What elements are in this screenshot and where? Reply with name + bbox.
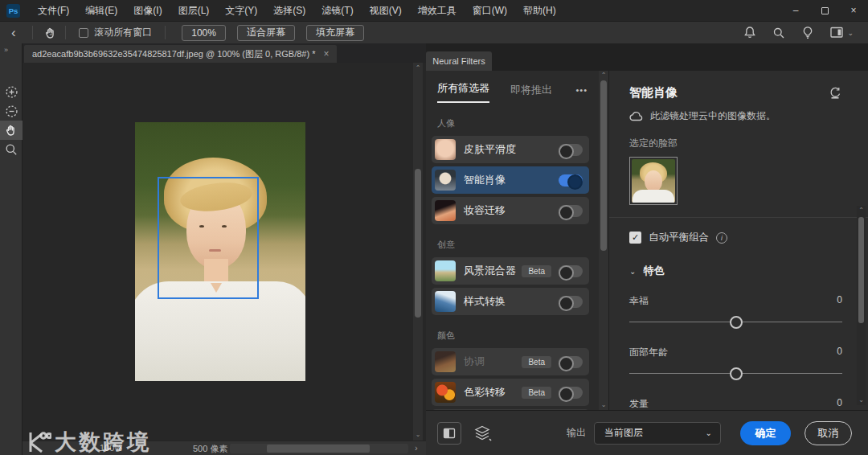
fit-screen-button[interactable]: 适合屏幕	[237, 25, 295, 41]
hand-tool[interactable]	[0, 121, 23, 140]
checkbox-unchecked[interactable]	[79, 28, 88, 38]
harmonization-toggle[interactable]	[559, 356, 583, 368]
menu-select[interactable]: 选择(S)	[265, 0, 313, 21]
auto-balance-label: 自动平衡组合	[649, 231, 709, 244]
smart-portrait-toggle[interactable]	[559, 174, 583, 187]
scrollbar-thumb[interactable]	[415, 169, 421, 318]
search-icon[interactable]	[772, 27, 785, 39]
show-layers-button[interactable]	[474, 425, 492, 441]
info-icon[interactable]: i	[716, 232, 727, 244]
notifications-bell-icon[interactable]	[743, 26, 756, 39]
scroll-all-windows-option[interactable]: 滚动所有窗口	[71, 26, 160, 39]
menu-help[interactable]: 帮助(H)	[515, 0, 564, 21]
featured-label: 特色	[643, 264, 664, 278]
slider-label: 幸福	[629, 294, 649, 308]
menu-file[interactable]: 文件(F)	[30, 0, 77, 21]
output-dropdown[interactable]: 当前图层 ⌄	[594, 422, 721, 445]
style-transfer-toggle[interactable]	[559, 296, 583, 308]
style-transfer-thumbnail	[435, 291, 456, 312]
slider-handle[interactable]	[730, 367, 743, 380]
scroll-left-icon[interactable]: ‹	[220, 443, 223, 453]
zoom-in-tool[interactable]	[0, 82, 23, 101]
featured-section-header[interactable]: ⌄ 特色	[629, 264, 842, 278]
menu-layer[interactable]: 图层(L)	[170, 0, 218, 21]
split-view-icon	[443, 428, 456, 439]
slider-handle[interactable]	[730, 316, 743, 329]
filter-harmonization[interactable]: 协调 Beta	[432, 348, 589, 375]
zoom-tool[interactable]	[0, 140, 23, 159]
menu-view[interactable]: 视图(V)	[362, 0, 410, 21]
slider-hair-thickness: 发量 0	[629, 397, 842, 410]
scroll-all-windows-label: 滚动所有窗口	[94, 26, 152, 39]
document-area: ad2eacafb9b3b69632e35474825817df.jpeg @ …	[23, 43, 426, 455]
filter-list-scrollbar[interactable]: ⌃ ⌄	[599, 71, 608, 410]
smart-portrait-thumbnail	[435, 170, 456, 191]
selected-face-label: 选定的脸部	[629, 137, 842, 150]
close-tab-icon[interactable]: ×	[323, 48, 329, 59]
selected-face-thumbnail[interactable]	[629, 157, 678, 205]
scroll-down-icon[interactable]: ⌄	[599, 401, 608, 409]
filter-skin-smoothing[interactable]: 皮肤平滑度	[432, 136, 589, 163]
close-icon[interactable]: ×	[839, 0, 868, 21]
landscape-mixer-toggle[interactable]	[559, 265, 583, 277]
filter-style-transfer[interactable]: 样式转换	[432, 288, 589, 315]
slider-value[interactable]: 0	[837, 346, 842, 359]
filter-landscape-mixer[interactable]: 风景混合器 Beta	[432, 257, 589, 285]
slider-happiness: 幸福 0	[629, 294, 842, 330]
status-menu-icon[interactable]: ›	[212, 443, 215, 453]
tab-all-filters[interactable]: 所有筛选器	[437, 81, 489, 103]
scroll-down-icon[interactable]: ⌄	[413, 431, 423, 439]
menu-type[interactable]: 文字(Y)	[217, 0, 265, 21]
window-controls: – ×	[781, 0, 868, 21]
canvas-horizontal-scrollbar[interactable]	[230, 444, 408, 453]
discover-bulb-icon[interactable]	[801, 26, 814, 39]
color-transfer-toggle[interactable]	[559, 387, 583, 399]
more-options-icon[interactable]: •••	[575, 85, 588, 103]
scroll-up-icon[interactable]: ⌃	[599, 72, 608, 80]
slider-value[interactable]: 0	[837, 294, 842, 308]
scroll-up-icon[interactable]: ⌃	[857, 207, 866, 215]
auto-balance-option[interactable]: ✓ 自动平衡组合 i	[629, 231, 842, 244]
slider-value[interactable]: 0	[837, 397, 842, 410]
back-arrow-icon[interactable]: ‹	[0, 23, 27, 43]
fill-screen-button[interactable]: 填充屏幕	[306, 25, 364, 41]
scroll-up-icon[interactable]: ⌃	[413, 64, 423, 72]
neural-filters-tabstrip: Neural Filters	[426, 43, 868, 71]
skin-smoothing-toggle[interactable]	[559, 144, 583, 156]
restore-icon[interactable]	[810, 0, 839, 21]
menu-edit[interactable]: 编辑(E)	[77, 0, 125, 21]
scroll-right-icon[interactable]: ›	[415, 443, 418, 453]
tab-wait-list[interactable]: 即将推出	[510, 83, 552, 103]
zoom-out-tool[interactable]	[0, 101, 23, 121]
makeup-transfer-toggle[interactable]	[559, 205, 583, 217]
ok-button[interactable]: 确定	[740, 421, 791, 445]
beta-badge: Beta	[522, 356, 551, 368]
scrollbar-thumb[interactable]	[600, 80, 607, 251]
menu-window[interactable]: 窗口(W)	[465, 0, 515, 21]
filter-makeup-transfer[interactable]: 妆容迁移	[432, 197, 589, 224]
hand-tool-preset[interactable]: ⌄	[38, 27, 61, 39]
photoshop-window: Ps 文件(F) 编辑(E) 图像(I) 图层(L) 文字(Y) 选择(S) 滤…	[0, 0, 868, 455]
reset-icon[interactable]	[828, 87, 842, 100]
zoom-100-button[interactable]: 100%	[182, 25, 226, 41]
preview-compare-button[interactable]	[437, 422, 461, 445]
menu-plugins[interactable]: 增效工具	[410, 0, 465, 21]
filter-color-transfer[interactable]: 色彩转移 Beta	[432, 379, 589, 406]
scrollbar-thumb[interactable]	[267, 445, 370, 453]
minimize-icon[interactable]: –	[781, 0, 810, 21]
checkbox-checked-icon[interactable]: ✓	[629, 232, 641, 244]
cancel-button[interactable]: 取消	[805, 421, 852, 445]
canvas[interactable]: ⌃ ⌄	[23, 63, 426, 441]
canvas-vertical-scrollbar[interactable]: ⌃ ⌄	[413, 63, 423, 441]
filter-smart-portrait[interactable]: 智能肖像	[432, 166, 589, 194]
workspace-switcher[interactable]: ⌄	[830, 27, 854, 39]
menu-image[interactable]: 图像(I)	[125, 0, 170, 21]
scroll-down-icon[interactable]: ⌄	[857, 396, 866, 404]
document-tab[interactable]: ad2eacafb9b3b69632e35474825817df.jpeg @ …	[24, 45, 337, 63]
chevron-down-icon: ⌄	[706, 428, 712, 437]
scrollbar-thumb[interactable]	[858, 217, 864, 323]
menu-filter[interactable]: 滤镜(T)	[313, 0, 361, 21]
settings-scrollbar[interactable]: ⌃ ⌄	[857, 206, 866, 405]
neural-filters-tab[interactable]: Neural Filters	[426, 51, 492, 71]
collapse-panel-icon[interactable]: »	[0, 43, 22, 54]
